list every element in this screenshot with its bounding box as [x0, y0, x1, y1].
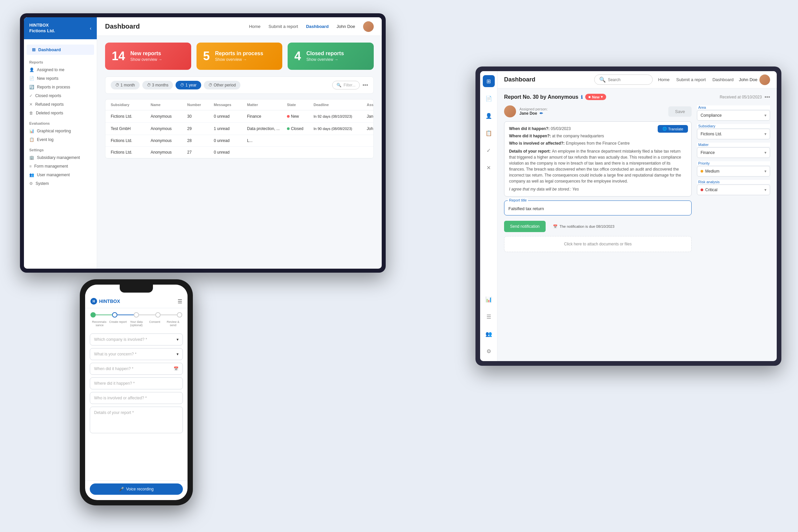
desktop-main: Dashboard Home Submit a report Dashboard… [97, 17, 382, 269]
field-who-placeholder: Who is involved or affected? * [94, 396, 147, 400]
cell-messages: 0 unread [214, 114, 247, 119]
save-button[interactable]: Save [668, 107, 691, 117]
desktop-avatar[interactable] [363, 21, 374, 32]
tablet-sidebar-reports-icon[interactable]: 📄 [483, 92, 495, 104]
sidebar-item-dashboard[interactable]: ⊞ Dashboard [26, 44, 94, 55]
report-header: Report No. 30 by Anonymous ℹ New ▾ Recei… [504, 94, 770, 100]
subsidiary-chevron-icon: ▾ [764, 132, 766, 136]
tablet-sidebar-refused-icon[interactable]: ✕ [483, 162, 495, 174]
priority-field: Priority Medium ▾ [697, 161, 770, 176]
tablet-nav-submit[interactable]: Submit a report [676, 77, 706, 82]
search-input[interactable] [608, 77, 648, 82]
more-icon[interactable]: ••• [764, 94, 770, 100]
sidebar-toggle-icon[interactable]: ‹ [90, 25, 92, 31]
cell-subsidiary: Fictions Ltd. [111, 150, 151, 155]
cell-number: 28 [187, 138, 214, 143]
phone-field-who[interactable]: Who is involved or affected? * [90, 392, 183, 404]
stat-card-new[interactable]: 14 New reports Show overview → [105, 42, 191, 70]
stat-label-process: Reports in process [215, 51, 263, 57]
step-label-3: Your data (optional) [127, 320, 145, 327]
field-concern-placeholder: What is your concern? * [94, 352, 136, 357]
form-icon: ≡ [29, 164, 32, 169]
nav-link-home[interactable]: Home [249, 24, 261, 29]
tablet-sidebar-process-icon[interactable]: 📋 [483, 127, 495, 139]
send-notification-button[interactable]: Send notification [504, 221, 546, 232]
phone-field-details[interactable]: Details of your report * [90, 407, 183, 433]
step-seg-4 [160, 315, 177, 315]
filter-placeholder: Filter... [343, 83, 356, 88]
sidebar-label-system: System [36, 181, 49, 186]
edit-icon[interactable]: ✏ [540, 111, 543, 116]
mobile-phone: H HINTBOX ☰ Reconnais-sance Create repor… [80, 279, 193, 506]
tablet-body: Report No. 30 by Anonymous ℹ New ▾ Recei… [497, 89, 777, 361]
report-title-field[interactable]: Report title Falsified tax return [504, 201, 691, 215]
assigned-section: Assigned person: Jane Doe ✏ Save [504, 106, 691, 117]
sidebar-item-closed[interactable]: ✓ Closed reports [24, 92, 97, 100]
tablet-sidebar-users2-icon[interactable]: 👥 [483, 328, 495, 340]
tablet-sidebar-chart-icon[interactable]: 📊 [483, 293, 495, 305]
sidebar-label-graphical: Graphical reporting [37, 129, 71, 133]
filter-other[interactable]: ⏱ Other period [204, 81, 241, 90]
phone-menu-icon[interactable]: ☰ [177, 298, 182, 305]
phone-logo-icon: H [91, 298, 97, 305]
sidebar-item-system[interactable]: ⚙ System [24, 179, 97, 188]
table-row[interactable]: Fictions Ltd. Anonymous 27 0 unread [106, 147, 374, 158]
table-row[interactable]: Fictions Ltd. Anonymous 30 0 unread Fina… [106, 110, 374, 123]
subsidiary-select[interactable]: Fictions Ltd. ▾ [697, 129, 770, 139]
phone-field-where[interactable]: Where did it happen? * [90, 377, 183, 390]
step-label-1: Reconnais-sance [91, 320, 109, 327]
attach-section[interactable]: Click here to attach documents or files [504, 236, 691, 252]
tablet-sidebar-dashboard-icon[interactable]: ⊞ [483, 75, 495, 87]
matter-select[interactable]: Finance ▾ [697, 147, 770, 158]
cell-number: 30 [187, 114, 214, 119]
desktop-nav-title: Dashboard [105, 23, 140, 30]
nav-link-submit[interactable]: Submit a report [269, 24, 298, 29]
stat-card-process[interactable]: 5 Reports in process Show overview → [196, 42, 283, 70]
tablet-sidebar-list-icon[interactable]: ☰ [483, 310, 495, 323]
sidebar-item-form[interactable]: ≡ Form management [24, 162, 97, 171]
table-row[interactable]: Test GmbH Anonymous 29 1 unread Data pro… [106, 123, 374, 135]
nav-link-dashboard[interactable]: Dashboard [306, 24, 328, 29]
sidebar-item-deleted[interactable]: 🗑 Deleted reports [24, 109, 97, 117]
sidebar-item-graphical[interactable]: 📊 Graphical reporting [24, 127, 97, 135]
step-5-dot [177, 312, 182, 318]
sidebar-item-subsidiary[interactable]: 🏢 Subsidiary management [24, 153, 97, 162]
filter-search[interactable]: 🔍 Filter... [332, 81, 360, 90]
filter-more-icon[interactable]: ••• [362, 82, 368, 88]
cell-matter: Finance [247, 114, 287, 119]
filter-1year[interactable]: ⏱ 1 year [175, 81, 201, 90]
sidebar-item-eventlog[interactable]: 📋 Event log [24, 135, 97, 144]
report-status-badge[interactable]: New ▾ [585, 94, 606, 100]
phone-field-company[interactable]: Which company is involved? * ▾ [90, 334, 183, 345]
phone-field-concern[interactable]: What is your concern? * ▾ [90, 348, 183, 360]
report-left: Assigned person: Jane Doe ✏ Save [504, 106, 691, 356]
filter-3months[interactable]: ⏱ 3 months [142, 81, 173, 90]
voice-recording-button[interactable]: 🎤 Voice recording [90, 483, 183, 495]
priority-chevron-icon: ▾ [764, 169, 766, 174]
area-select[interactable]: Compliance ▾ [697, 110, 770, 121]
tablet-sidebar-check-icon[interactable]: ✓ [483, 144, 495, 156]
cell-state: New [287, 114, 314, 119]
tablet-avatar[interactable] [759, 75, 770, 85]
closed-icon: ✓ [29, 93, 33, 98]
priority-select[interactable]: Medium ▾ [697, 166, 770, 176]
table-row[interactable]: Fictions Ltd. Anonymous 28 0 unread L... [106, 135, 374, 147]
report-tablet-screen: ⊞ 📄 👤 📋 ✓ ✕ 📊 ☰ 👥 ⚙ Dashboard 🔍 Home Sub… [480, 71, 777, 361]
risk-select[interactable]: Critical ▾ [697, 185, 770, 195]
sidebar-item-refused[interactable]: ✕ Refused reports [24, 100, 97, 109]
notification-info: 📅 The notification is due 08/10/2023 [549, 223, 619, 231]
filter-1month[interactable]: ⏱ 1 month [111, 81, 140, 90]
tablet-search[interactable]: 🔍 [594, 75, 653, 85]
stat-info-new: New reports Show overview → [130, 51, 162, 62]
sidebar-item-assigned[interactable]: 👤 Assigned to me [24, 65, 97, 74]
phone-field-when[interactable]: When did it happen? * 📅 [90, 363, 183, 375]
translate-button[interactable]: 🌐 Translate [658, 125, 688, 133]
tablet-sidebar-user-icon[interactable]: 👤 [483, 110, 495, 122]
tablet-sidebar-settings-icon[interactable]: ⚙ [483, 345, 495, 357]
tablet-nav-dashboard[interactable]: Dashboard [712, 77, 734, 82]
sidebar-item-users[interactable]: 👥 User management [24, 171, 97, 179]
sidebar-item-new-reports[interactable]: 📄 New reports [24, 74, 97, 83]
sidebar-item-reports-process[interactable]: 🔄 Reports in process [24, 83, 97, 92]
tablet-nav-home[interactable]: Home [658, 77, 670, 82]
stat-card-closed[interactable]: 4 Closed reports Show overview → [288, 42, 374, 70]
